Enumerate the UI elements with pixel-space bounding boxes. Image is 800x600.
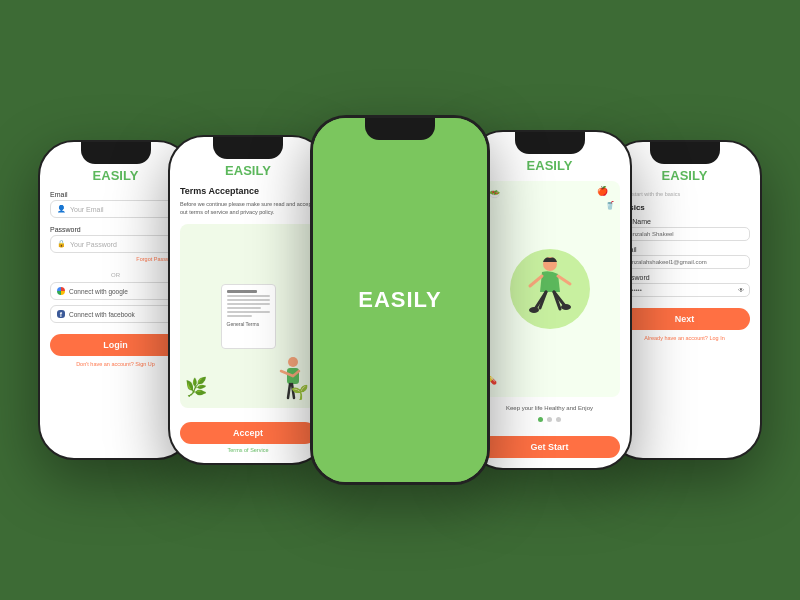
signup-heading: Basics xyxy=(619,203,750,212)
doc-line-2 xyxy=(227,299,270,301)
lock-icon: 🔒 xyxy=(57,240,66,248)
facebook-connect-button[interactable]: f Connect with facebook xyxy=(50,305,181,323)
signup-subtitle: Let's start with the basics xyxy=(619,191,750,197)
fitness-app-title: EASILY xyxy=(479,158,620,173)
runner-svg xyxy=(520,254,580,324)
google-connect-button[interactable]: Connect with google xyxy=(50,282,181,300)
signup-prompt: Don't have an account? Sign Up xyxy=(50,361,181,367)
splash-screen: EASILY xyxy=(313,118,487,482)
get-start-button[interactable]: Get Start xyxy=(479,436,620,458)
facebook-icon: f xyxy=(57,310,65,318)
eye-icon[interactable]: 👁 xyxy=(738,287,744,293)
terms-service-link[interactable]: Terms of Service xyxy=(180,447,316,453)
phone-center: EASILY xyxy=(310,115,490,485)
or-divider: OR xyxy=(50,272,181,278)
food-icon-1: 🥗 xyxy=(489,189,500,199)
svg-point-13 xyxy=(529,307,539,313)
svg-point-0 xyxy=(288,357,298,367)
login-prompt: Already have an account? Log In xyxy=(619,335,750,341)
food-icon-2: 🍎 xyxy=(597,186,608,196)
dot-1 xyxy=(538,417,543,422)
login-button[interactable]: Login xyxy=(50,334,181,356)
login-link[interactable]: Log In xyxy=(709,335,724,341)
plant-left-icon: 🌿 xyxy=(185,376,207,398)
login-app-title: EASILY xyxy=(50,168,181,183)
terms-screen: EASILY Terms Acceptance Before we contin… xyxy=(170,137,326,463)
doc-label: General Terms xyxy=(227,321,270,327)
svg-line-12 xyxy=(558,276,570,284)
phone-fitness: EASILY 🥗 🍎 💊 🥤 xyxy=(467,130,632,470)
signup-password-input[interactable]: •••••••• 👁 xyxy=(619,283,750,297)
facebook-btn-label: Connect with facebook xyxy=(69,311,135,318)
name-input-field[interactable]: Hunzalah Shakeel xyxy=(619,227,750,241)
terms-description: Before we continue please make sure read… xyxy=(180,201,316,216)
dots-row xyxy=(479,417,620,422)
doc-line-1 xyxy=(227,295,270,297)
doc-line-6 xyxy=(227,315,253,317)
svg-line-11 xyxy=(530,276,542,286)
plant-right-icon: 🌱 xyxy=(291,384,308,400)
doc-line-3 xyxy=(227,303,270,305)
forgot-password-link[interactable]: Forgot Password? xyxy=(50,256,181,262)
svg-line-4 xyxy=(288,384,290,398)
dot-3 xyxy=(556,417,561,422)
password-placeholder: Your Password xyxy=(70,241,117,248)
email-label: Email xyxy=(50,191,181,198)
person-icon: 👤 xyxy=(57,205,66,213)
password-input-field[interactable]: 🔒 Your Password xyxy=(50,235,181,253)
signup-email-input[interactable]: hunzalahshakeel1@gmail.com xyxy=(619,255,750,269)
doc-title-line xyxy=(227,290,257,293)
splash-title: EASILY xyxy=(358,287,441,313)
phone-terms: EASILY Terms Acceptance Before we contin… xyxy=(168,135,328,465)
terms-heading: Terms Acceptance xyxy=(180,186,316,196)
terms-illustration: 🌿 General Terms xyxy=(180,224,316,408)
signup-password-label: Password xyxy=(619,274,750,281)
document-icon: General Terms xyxy=(221,284,276,349)
password-label: Password xyxy=(50,226,181,233)
fitness-illustration: 🥗 🍎 💊 🥤 xyxy=(479,181,620,397)
dot-2 xyxy=(547,417,552,422)
email-placeholder: Your Email xyxy=(70,206,104,213)
google-icon xyxy=(57,287,65,295)
phones-container: EASILY Email 👤 Your Email Password 🔒 You… xyxy=(20,20,780,580)
email-value: hunzalahshakeel1@gmail.com xyxy=(625,259,707,265)
food-icon-4: 🥤 xyxy=(605,201,615,210)
signup-link[interactable]: Sign Up xyxy=(135,361,155,367)
name-label: Full Name xyxy=(619,218,750,225)
terms-app-title: EASILY xyxy=(180,163,316,178)
doc-line-5 xyxy=(227,311,270,313)
email-input-field[interactable]: 👤 Your Email xyxy=(50,200,181,218)
signup-email-label: Email xyxy=(619,246,750,253)
accept-button[interactable]: Accept xyxy=(180,422,316,444)
google-btn-label: Connect with google xyxy=(69,288,128,295)
next-button[interactable]: Next xyxy=(619,308,750,330)
name-value: Hunzalah Shakeel xyxy=(625,231,674,237)
svg-point-14 xyxy=(561,304,571,310)
doc-line-4 xyxy=(227,307,261,309)
fitness-screen: EASILY 🥗 🍎 💊 🥤 xyxy=(469,132,630,468)
fitness-tagline: Keep your life Healthy and Enjoy xyxy=(479,405,620,411)
signup-app-title: EASILY xyxy=(619,168,750,183)
